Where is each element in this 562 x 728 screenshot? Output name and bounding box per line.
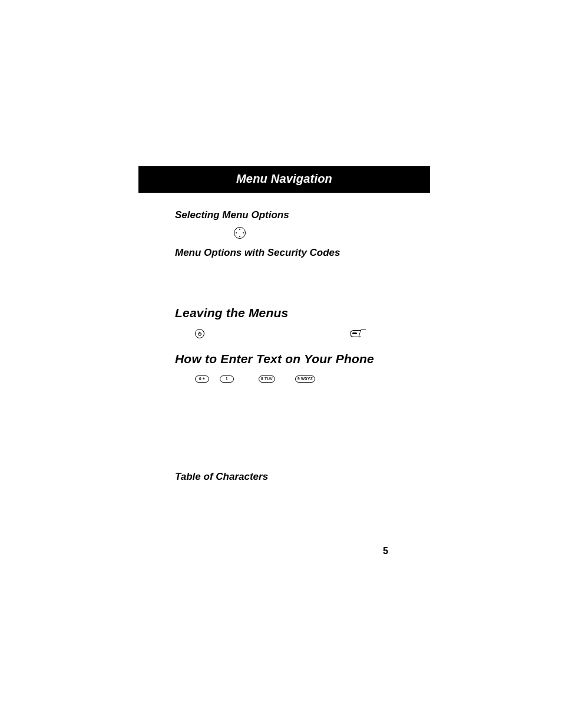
- body-block: Selecting Menu Options Menu Options with…: [138, 209, 430, 483]
- leaving-glyph-row: [195, 328, 384, 339]
- page: Menu Navigation Selecting Menu Options M…: [0, 0, 562, 728]
- key-row: 0 + 1 8 TUV 9 WXYZ: [195, 374, 424, 384]
- key-1-icon: 1: [220, 375, 234, 383]
- key-0-icon: 0 +: [195, 375, 209, 383]
- power-key-icon: [195, 329, 204, 338]
- heading-security-codes: Menu Options with Security Codes: [175, 247, 424, 259]
- key-8-icon: 8 TUV: [259, 375, 275, 383]
- inline-glyph-row: [234, 227, 424, 239]
- key-9-icon: 9 WXYZ: [295, 375, 315, 383]
- heading-table-of-characters: Table of Characters: [175, 471, 424, 483]
- heading-selecting-menu-options: Selecting Menu Options: [175, 209, 424, 221]
- content-column: Menu Navigation Selecting Menu Options M…: [138, 166, 430, 483]
- heading-leaving-menus: Leaving the Menus: [175, 306, 424, 320]
- chapter-banner: Menu Navigation: [138, 166, 430, 193]
- nav-key-icon: [234, 227, 246, 239]
- page-number: 5: [383, 546, 388, 556]
- heading-enter-text: How to Enter Text on Your Phone: [175, 352, 424, 366]
- clear-key-icon: [350, 330, 365, 337]
